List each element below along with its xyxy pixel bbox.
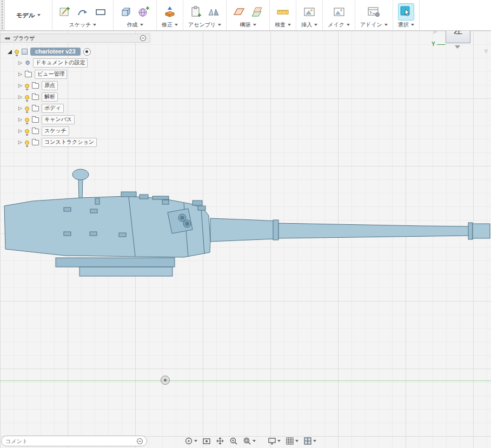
visibility-bulb-icon[interactable] — [25, 118, 29, 122]
panel-collapse-down-icon[interactable]: ▽ — [485, 49, 488, 54]
display-settings-icon[interactable] — [266, 436, 282, 446]
visibility-bulb-icon[interactable] — [25, 84, 29, 88]
chevron-down-icon — [288, 24, 291, 26]
gear-icon: ⚙ — [25, 60, 30, 66]
chevron-down-icon — [314, 24, 317, 26]
periscope-stalk[interactable] — [78, 178, 83, 199]
comment-input[interactable] — [5, 438, 134, 444]
tree-root-row[interactable]: charioteer v23 — [0, 46, 150, 57]
turret-collar-upper[interactable] — [56, 258, 175, 267]
sight-lens-inner — [181, 216, 184, 219]
tree-row-canvases[interactable]: ▷ キャンバス — [0, 114, 150, 125]
new-component-icon[interactable] — [188, 4, 203, 20]
expand-closed-icon[interactable]: ▷ — [18, 61, 22, 65]
visibility-bulb-icon[interactable] — [25, 129, 29, 133]
toolbar-group-make-label[interactable]: メイク — [328, 21, 350, 28]
origin-point-marker[interactable] — [161, 376, 170, 385]
toolbar-group-insert-label[interactable]: 挿入 — [301, 21, 317, 28]
chevron-down-icon — [93, 24, 96, 26]
tree-row-construction[interactable]: ▷ コンストラクション — [0, 137, 150, 148]
select-icon[interactable] — [399, 4, 414, 20]
collapse-panel-icon[interactable]: ◀◀ — [4, 36, 9, 41]
toolbar-group-construct-label[interactable]: 構築 — [240, 21, 256, 28]
viewcube-arrow-down[interactable] — [455, 45, 460, 49]
chevron-down-icon — [313, 440, 316, 442]
visibility-bulb-icon[interactable] — [25, 141, 29, 145]
viewports-icon[interactable] — [302, 436, 318, 446]
look-at-tool-icon[interactable] — [201, 436, 213, 446]
create-sketch-icon[interactable] — [57, 4, 72, 20]
grid-and-snaps-icon[interactable] — [284, 436, 300, 446]
toolbar-group-addins-label[interactable]: アドイン — [360, 21, 388, 28]
expand-closed-icon[interactable]: ▷ — [18, 83, 22, 88]
zoom-tool-icon[interactable] — [228, 436, 240, 446]
orbit-tool-icon[interactable] — [183, 436, 199, 446]
expand-closed-icon[interactable]: ▷ — [18, 95, 22, 99]
toolbar-group-construct: 構築 — [227, 0, 270, 30]
toolbar-group-select: 選択 — [393, 0, 420, 30]
component-icon — [22, 49, 28, 55]
toolbar-group-insert: 挿入 — [296, 0, 323, 30]
tree-row-document-settings[interactable]: ▷ ⚙ ドキュメントの設定 — [0, 57, 150, 69]
expand-open-icon[interactable] — [8, 50, 12, 54]
create-solid-icon[interactable] — [118, 4, 134, 20]
toolbar-grip-handle[interactable] — [0, 0, 5, 30]
toolbar-group-make: メイク — [323, 0, 355, 30]
tank-turret-model[interactable] — [4, 169, 490, 276]
minimize-browser-icon[interactable] — [140, 35, 146, 41]
browser-header[interactable]: ◀◀ ブラウザ — [0, 34, 150, 43]
toolbar-group-modify-label[interactable]: 修正 — [162, 21, 178, 28]
periscope-head[interactable] — [72, 169, 89, 180]
root-component-name[interactable]: charioteer v23 — [30, 48, 81, 56]
toolbar-group-assemble-label[interactable]: アセンブリ — [188, 21, 221, 28]
offset-plane-icon[interactable] — [249, 4, 264, 20]
muzzle-band[interactable] — [468, 223, 473, 239]
tree-row-origin[interactable]: ▷ 原点 — [0, 80, 150, 91]
expand-closed-icon[interactable]: ▷ — [18, 117, 22, 122]
tree-row-bodies[interactable]: ▷ ボディ — [0, 103, 150, 114]
expand-closed-icon[interactable]: ▷ — [18, 72, 22, 77]
insert-image-icon[interactable] — [302, 4, 317, 20]
chevron-down-icon — [253, 24, 256, 26]
expand-closed-icon[interactable]: ▷ — [18, 140, 22, 145]
press-pull-icon[interactable] — [162, 4, 177, 20]
create-form-icon[interactable] — [136, 4, 151, 20]
folder-icon — [32, 140, 39, 145]
tree-row-sketches[interactable]: ▷ スケッチ — [0, 125, 150, 137]
zoom-fit-tool-icon[interactable] — [241, 436, 257, 446]
scripts-addins-icon[interactable] — [366, 4, 381, 20]
chevron-down-icon — [37, 14, 41, 16]
chevron-down-icon — [277, 440, 281, 442]
activate-component-icon[interactable] — [83, 48, 91, 56]
muzzle-tip[interactable] — [473, 224, 490, 238]
workspace-switcher[interactable]: モデル — [5, 0, 52, 30]
chevron-down-icon — [175, 24, 178, 26]
construction-plane-icon[interactable] — [231, 4, 247, 20]
minimize-comment-icon[interactable] — [137, 438, 143, 444]
gun-barrel-thick[interactable] — [210, 218, 276, 242]
project-include-icon[interactable] — [75, 4, 90, 20]
visibility-bulb-icon[interactable] — [15, 50, 19, 54]
sight-lens-inner — [185, 222, 189, 225]
toolbar-group-sketch-label[interactable]: スケッチ — [69, 21, 97, 28]
rectangle-icon[interactable] — [93, 4, 108, 20]
expand-closed-icon[interactable]: ▷ — [18, 106, 22, 111]
toolbar-group-create-label[interactable]: 作成 — [127, 21, 143, 28]
toolbar-group-select-label[interactable]: 選択 — [398, 21, 414, 28]
chevron-down-icon — [384, 24, 388, 26]
visibility-bulb-icon[interactable] — [25, 95, 29, 99]
gun-barrel[interactable] — [278, 223, 472, 238]
make-icon[interactable] — [331, 4, 347, 20]
turret-collar-ring[interactable] — [79, 267, 172, 276]
navigation-toolbar — [183, 435, 318, 447]
toolbar-group-inspect-label[interactable]: 検査 — [275, 21, 291, 28]
tree-row-analysis[interactable]: ▷ 解析 — [0, 91, 150, 103]
gun-barrel-collar[interactable] — [273, 220, 278, 240]
visibility-bulb-icon[interactable] — [25, 106, 29, 111]
joint-icon[interactable] — [206, 4, 221, 20]
comment-bar — [1, 436, 147, 446]
expand-closed-icon[interactable]: ▷ — [18, 129, 22, 133]
pan-tool-icon[interactable] — [214, 436, 226, 446]
measure-icon[interactable] — [275, 4, 290, 20]
tree-row-named-views[interactable]: ▷ ビュー管理 — [0, 69, 150, 80]
